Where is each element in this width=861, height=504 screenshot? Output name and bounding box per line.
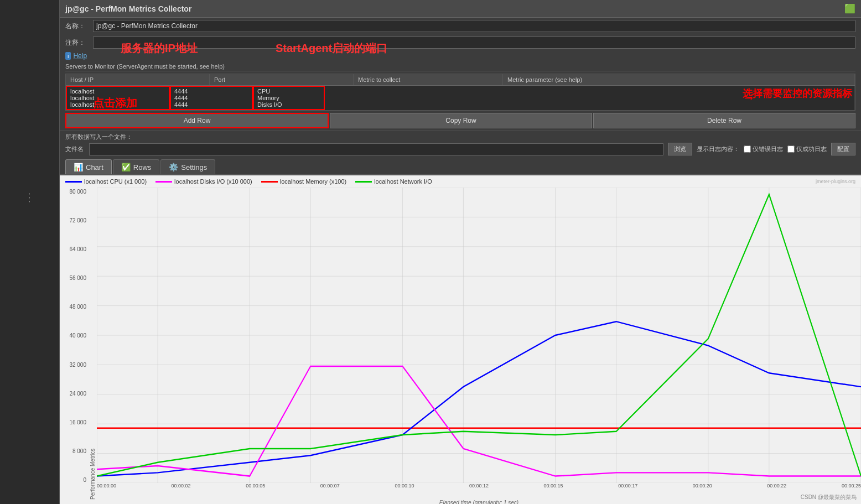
rows-tab-icon: ✅ [121,163,131,172]
servers-section: Servers to Monitor (ServerAgent must be … [60,61,861,131]
add-row-button[interactable]: Add Row [65,113,329,128]
x-22: 00:00:22 [767,483,786,489]
x-5: 00:00:05 [246,483,265,489]
comment-label: 注释： [65,38,93,48]
help-row: i Help 服务器的IP地址 StartAgent启动的端口 [60,51,861,61]
log-label: 显示日志内容： [697,145,739,153]
x-17: 00:00:17 [618,483,637,489]
y-axis-label: Performance Metrics [89,188,97,500]
table-header: Host / IP Port Metric to collect Metric … [66,74,855,86]
error-log-check[interactable] [744,146,751,153]
x-20: 00:00:20 [693,483,712,489]
file-row: 文件名 浏览 显示日志内容： 仅错误日志 仅成功日志 配置 [65,143,855,155]
main-content: jp@gc - PerfMon Metrics Collector 🟩 名称： … [60,0,861,504]
name-row: 名称： [60,18,861,34]
metric-cell-group: CPU Memory Disks I/O [253,86,325,110]
x-12: 00:00:12 [469,483,489,489]
y-72000: 72 000 [62,217,86,224]
col-param: Metric parameter (see help) [503,74,855,85]
config-button[interactable]: 配置 [831,143,855,155]
x-0: 00:00:00 [97,483,116,489]
col-port: Port [210,74,354,85]
help-link[interactable]: Help [73,52,87,60]
legend-memory-label: localhost Memory (x100) [280,178,346,185]
success-log-check[interactable] [787,146,795,153]
legend-memory: localhost Memory (x100) [261,178,346,185]
annotation-ip: 服务器的IP地址 [121,41,198,56]
metric-row-3: Disks I/O [257,101,320,108]
file-label: 文件名 [65,145,85,153]
x-10: 00:00:10 [395,483,414,489]
copy-row-button[interactable]: Copy Row [330,113,592,128]
name-label: 名称： [65,22,93,31]
success-log-checkbox: 仅成功日志 [787,145,827,153]
legend-cpu: localhost CPU (x1 000) [65,178,147,185]
action-buttons-row: Add Row Copy Row Delete Row 点击添加 [65,113,855,128]
x-axis: 00:00:00 00:00:02 00:00:05 00:00:07 00:0… [97,483,861,500]
file-section-label: 所有数据写入一个文件： [65,133,855,141]
metric-row-1: CPU [257,88,320,95]
y-80000: 80 000 [62,189,86,195]
title-bar: jp@gc - PerfMon Metrics Collector 🟩 [60,0,861,18]
sidebar-dots: ··· [24,193,35,204]
chart-wrapper: 80 000 72 000 64 000 56 000 48 000 40 00… [60,188,861,500]
legend-disks-color [155,181,172,183]
file-path-input[interactable] [89,143,663,155]
table-data-row-1: localhost localhost localhost 4444 4444 … [66,86,855,110]
chart-svg-container: 00:00:00 00:00:02 00:00:05 00:00:07 00:0… [97,188,861,500]
port-row-3: 4444 [174,101,248,108]
rows-tab-label: Rows [133,163,152,172]
y-0: 0 [62,477,86,483]
window-title: jp@gc - PerfMon Metrics Collector [65,4,191,13]
y-8000: 8 000 [62,448,86,454]
info-icon: i [65,52,71,60]
sidebar: ··· [0,0,60,504]
y-56000: 56 000 [62,275,86,281]
y-64000: 64 000 [62,246,86,252]
legend-disks-label: localhost Disks I/O (x10 000) [174,178,252,185]
x-axis-label: Elapsed time (granularity: 1 sec) [97,500,861,504]
y-48000: 48 000 [62,304,86,310]
y-16000: 16 000 [62,419,86,425]
comment-input[interactable] [93,37,855,49]
name-input[interactable] [93,20,855,32]
title-icon: 🟩 [844,3,855,14]
tab-chart[interactable]: 📊 Chart [65,159,112,174]
file-section: 所有数据写入一个文件： 文件名 浏览 显示日志内容： 仅错误日志 仅成功日志 配… [60,131,861,157]
col-metric: Metric to collect [354,74,503,85]
legend-cpu-color [65,181,82,183]
csdn-watermark: CSDN @最最菜的菜鸟 [801,493,857,501]
host-row-1: localhost [70,88,165,95]
x-15: 00:00:15 [544,483,563,489]
tab-rows[interactable]: ✅ Rows [113,159,160,174]
servers-table: Host / IP Port Metric to collect Metric … [65,74,855,111]
chart-svg [97,188,861,483]
annotation-start: StartAgent启动的端口 [276,41,387,56]
x-25: 00:00:25 [842,483,861,489]
chart-tab-icon: 📊 [74,163,83,172]
col-host: Host / IP [66,74,210,85]
watermark: jmeter-plugins.org [816,179,855,184]
y-32000: 32 000 [62,362,86,368]
settings-tab-label: Settings [181,163,207,172]
tabs-row: 📊 Chart ✅ Rows ⚙️ Settings [60,157,861,175]
legend-network: localhost Network I/O [355,178,432,185]
annotation-metric: 选择需要监控的资源指标 [743,87,852,100]
y-24000: 24 000 [62,391,86,397]
port-cell-group: 4444 4444 4444 [170,86,253,110]
chart-area: localhost CPU (x1 000) localhost Disks I… [60,175,861,504]
legend-network-label: localhost Network I/O [374,178,432,185]
error-log-checkbox: 仅错误日志 [744,145,783,153]
tab-settings[interactable]: ⚙️ Settings [160,159,215,174]
port-row-1: 4444 [174,88,248,95]
x-7: 00:00:07 [320,483,340,489]
chart-legend: localhost CPU (x1 000) localhost Disks I… [60,175,861,188]
browse-button[interactable]: 浏览 [668,143,692,155]
delete-row-button[interactable]: Delete Row [593,113,855,128]
servers-label: Servers to Monitor (ServerAgent must be … [65,63,855,71]
x-2: 00:00:02 [172,483,191,489]
legend-memory-color [261,181,278,183]
annotation-click-add: 点击添加 [93,96,137,111]
legend-network-color [355,181,372,183]
legend-cpu-label: localhost CPU (x1 000) [84,178,147,185]
